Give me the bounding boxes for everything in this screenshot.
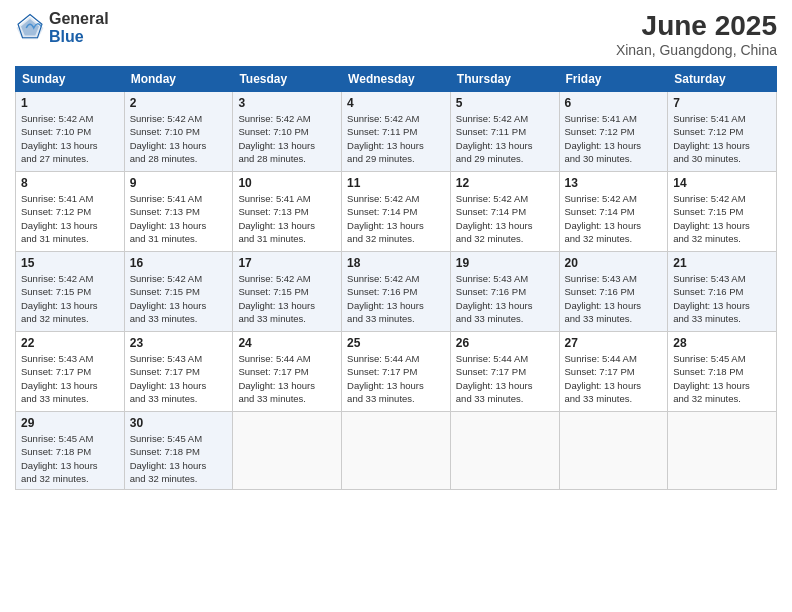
day-info: Sunrise: 5:42 AM Sunset: 7:15 PM Dayligh… — [673, 192, 771, 245]
day-number: 26 — [456, 336, 554, 350]
day-number: 14 — [673, 176, 771, 190]
day-info: Sunrise: 5:44 AM Sunset: 7:17 PM Dayligh… — [456, 352, 554, 405]
day-number: 6 — [565, 96, 663, 110]
day-number: 25 — [347, 336, 445, 350]
calendar-cell — [233, 412, 342, 490]
day-number: 4 — [347, 96, 445, 110]
logo-general: General — [49, 10, 109, 28]
month-title: June 2025 — [616, 10, 777, 42]
day-number: 15 — [21, 256, 119, 270]
calendar-cell — [450, 412, 559, 490]
day-info: Sunrise: 5:43 AM Sunset: 7:16 PM Dayligh… — [565, 272, 663, 325]
logo: General Blue — [15, 10, 109, 45]
calendar-cell: 4 Sunrise: 5:42 AM Sunset: 7:11 PM Dayli… — [342, 92, 451, 172]
calendar-cell: 7 Sunrise: 5:41 AM Sunset: 7:12 PM Dayli… — [668, 92, 777, 172]
day-info: Sunrise: 5:41 AM Sunset: 7:13 PM Dayligh… — [238, 192, 336, 245]
calendar-week-5: 29 Sunrise: 5:45 AM Sunset: 7:18 PM Dayl… — [16, 412, 777, 490]
logo-text: General Blue — [49, 10, 109, 45]
header: General Blue June 2025 Xinan, Guangdong,… — [15, 10, 777, 58]
calendar-header-row: Sunday Monday Tuesday Wednesday Thursday… — [16, 67, 777, 92]
day-info: Sunrise: 5:43 AM Sunset: 7:17 PM Dayligh… — [130, 352, 228, 405]
day-number: 1 — [21, 96, 119, 110]
calendar-cell: 13 Sunrise: 5:42 AM Sunset: 7:14 PM Dayl… — [559, 172, 668, 252]
day-number: 5 — [456, 96, 554, 110]
day-info: Sunrise: 5:42 AM Sunset: 7:10 PM Dayligh… — [238, 112, 336, 165]
calendar-cell: 1 Sunrise: 5:42 AM Sunset: 7:10 PM Dayli… — [16, 92, 125, 172]
calendar-week-2: 8 Sunrise: 5:41 AM Sunset: 7:12 PM Dayli… — [16, 172, 777, 252]
calendar-cell: 23 Sunrise: 5:43 AM Sunset: 7:17 PM Dayl… — [124, 332, 233, 412]
location: Xinan, Guangdong, China — [616, 42, 777, 58]
calendar-cell: 14 Sunrise: 5:42 AM Sunset: 7:15 PM Dayl… — [668, 172, 777, 252]
col-friday: Friday — [559, 67, 668, 92]
day-number: 3 — [238, 96, 336, 110]
calendar-cell: 6 Sunrise: 5:41 AM Sunset: 7:12 PM Dayli… — [559, 92, 668, 172]
day-info: Sunrise: 5:43 AM Sunset: 7:17 PM Dayligh… — [21, 352, 119, 405]
calendar-cell: 9 Sunrise: 5:41 AM Sunset: 7:13 PM Dayli… — [124, 172, 233, 252]
day-number: 30 — [130, 416, 228, 430]
calendar-cell — [668, 412, 777, 490]
day-info: Sunrise: 5:43 AM Sunset: 7:16 PM Dayligh… — [673, 272, 771, 325]
day-info: Sunrise: 5:42 AM Sunset: 7:15 PM Dayligh… — [21, 272, 119, 325]
day-info: Sunrise: 5:42 AM Sunset: 7:16 PM Dayligh… — [347, 272, 445, 325]
calendar-week-1: 1 Sunrise: 5:42 AM Sunset: 7:10 PM Dayli… — [16, 92, 777, 172]
day-number: 18 — [347, 256, 445, 270]
calendar-cell: 15 Sunrise: 5:42 AM Sunset: 7:15 PM Dayl… — [16, 252, 125, 332]
logo-icon — [15, 13, 45, 43]
day-info: Sunrise: 5:42 AM Sunset: 7:11 PM Dayligh… — [347, 112, 445, 165]
calendar-cell: 12 Sunrise: 5:42 AM Sunset: 7:14 PM Dayl… — [450, 172, 559, 252]
col-thursday: Thursday — [450, 67, 559, 92]
calendar-cell: 3 Sunrise: 5:42 AM Sunset: 7:10 PM Dayli… — [233, 92, 342, 172]
day-info: Sunrise: 5:42 AM Sunset: 7:10 PM Dayligh… — [130, 112, 228, 165]
calendar-cell: 25 Sunrise: 5:44 AM Sunset: 7:17 PM Dayl… — [342, 332, 451, 412]
title-section: June 2025 Xinan, Guangdong, China — [616, 10, 777, 58]
calendar-cell: 29 Sunrise: 5:45 AM Sunset: 7:18 PM Dayl… — [16, 412, 125, 490]
col-wednesday: Wednesday — [342, 67, 451, 92]
day-number: 8 — [21, 176, 119, 190]
calendar-cell: 5 Sunrise: 5:42 AM Sunset: 7:11 PM Dayli… — [450, 92, 559, 172]
calendar-cell: 20 Sunrise: 5:43 AM Sunset: 7:16 PM Dayl… — [559, 252, 668, 332]
day-info: Sunrise: 5:42 AM Sunset: 7:14 PM Dayligh… — [456, 192, 554, 245]
calendar-cell: 17 Sunrise: 5:42 AM Sunset: 7:15 PM Dayl… — [233, 252, 342, 332]
page: General Blue June 2025 Xinan, Guangdong,… — [0, 0, 792, 612]
calendar-week-4: 22 Sunrise: 5:43 AM Sunset: 7:17 PM Dayl… — [16, 332, 777, 412]
calendar-cell — [559, 412, 668, 490]
day-number: 9 — [130, 176, 228, 190]
day-number: 2 — [130, 96, 228, 110]
day-info: Sunrise: 5:45 AM Sunset: 7:18 PM Dayligh… — [21, 432, 119, 485]
day-info: Sunrise: 5:42 AM Sunset: 7:14 PM Dayligh… — [565, 192, 663, 245]
day-info: Sunrise: 5:41 AM Sunset: 7:12 PM Dayligh… — [565, 112, 663, 165]
day-info: Sunrise: 5:45 AM Sunset: 7:18 PM Dayligh… — [130, 432, 228, 485]
calendar-cell: 27 Sunrise: 5:44 AM Sunset: 7:17 PM Dayl… — [559, 332, 668, 412]
day-info: Sunrise: 5:45 AM Sunset: 7:18 PM Dayligh… — [673, 352, 771, 405]
day-number: 29 — [21, 416, 119, 430]
calendar-cell: 22 Sunrise: 5:43 AM Sunset: 7:17 PM Dayl… — [16, 332, 125, 412]
calendar-table: Sunday Monday Tuesday Wednesday Thursday… — [15, 66, 777, 490]
calendar-cell: 24 Sunrise: 5:44 AM Sunset: 7:17 PM Dayl… — [233, 332, 342, 412]
day-number: 10 — [238, 176, 336, 190]
calendar-week-3: 15 Sunrise: 5:42 AM Sunset: 7:15 PM Dayl… — [16, 252, 777, 332]
day-number: 24 — [238, 336, 336, 350]
calendar-cell: 10 Sunrise: 5:41 AM Sunset: 7:13 PM Dayl… — [233, 172, 342, 252]
day-info: Sunrise: 5:44 AM Sunset: 7:17 PM Dayligh… — [347, 352, 445, 405]
day-info: Sunrise: 5:42 AM Sunset: 7:11 PM Dayligh… — [456, 112, 554, 165]
day-number: 7 — [673, 96, 771, 110]
day-info: Sunrise: 5:44 AM Sunset: 7:17 PM Dayligh… — [565, 352, 663, 405]
calendar-cell — [342, 412, 451, 490]
calendar-cell: 18 Sunrise: 5:42 AM Sunset: 7:16 PM Dayl… — [342, 252, 451, 332]
day-info: Sunrise: 5:42 AM Sunset: 7:15 PM Dayligh… — [130, 272, 228, 325]
col-saturday: Saturday — [668, 67, 777, 92]
day-info: Sunrise: 5:41 AM Sunset: 7:12 PM Dayligh… — [21, 192, 119, 245]
calendar-cell: 11 Sunrise: 5:42 AM Sunset: 7:14 PM Dayl… — [342, 172, 451, 252]
day-number: 22 — [21, 336, 119, 350]
day-number: 23 — [130, 336, 228, 350]
day-info: Sunrise: 5:43 AM Sunset: 7:16 PM Dayligh… — [456, 272, 554, 325]
day-number: 12 — [456, 176, 554, 190]
day-number: 19 — [456, 256, 554, 270]
day-number: 21 — [673, 256, 771, 270]
calendar-cell: 21 Sunrise: 5:43 AM Sunset: 7:16 PM Dayl… — [668, 252, 777, 332]
day-number: 16 — [130, 256, 228, 270]
calendar-cell: 28 Sunrise: 5:45 AM Sunset: 7:18 PM Dayl… — [668, 332, 777, 412]
col-monday: Monday — [124, 67, 233, 92]
day-number: 20 — [565, 256, 663, 270]
day-number: 11 — [347, 176, 445, 190]
